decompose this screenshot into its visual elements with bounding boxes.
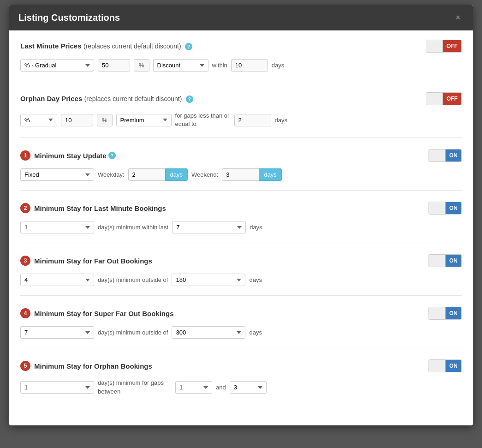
- min-stay-super-far-out-nights-select[interactable]: 1234567: [20, 326, 94, 339]
- orphan-day-toggle-label[interactable]: OFF: [443, 92, 461, 105]
- orphan-day-info-icon[interactable]: ?: [186, 96, 193, 103]
- min-stay-last-minute-days-select[interactable]: 7142130: [172, 221, 246, 233]
- min-stay-last-minute-toggle-track[interactable]: [429, 202, 446, 215]
- min-stay-orphan-controls: 12345 day(s) minimum for gaps between 12…: [20, 379, 462, 395]
- weekday-days-label: days: [165, 168, 188, 181]
- modal-header: Listing Customizations ×: [9, 5, 473, 30]
- min-stay-orphan-toggle-control[interactable]: ON: [428, 359, 462, 372]
- orphan-day-header: Orphan Day Prices (replaces current defa…: [20, 92, 462, 105]
- min-stay-far-out-nights-select[interactable]: 1234567: [20, 274, 94, 286]
- orphan-day-toggle[interactable]: OFF: [426, 92, 462, 105]
- last-minute-toggle[interactable]: OFF: [426, 40, 462, 53]
- min-stay-update-toggle-control[interactable]: ON: [428, 149, 462, 162]
- orphan-day-days-input[interactable]: 2: [234, 114, 271, 126]
- orphan-day-subtitle: (replaces current default discount): [84, 95, 182, 102]
- orphan-day-pct-label: %: [97, 114, 113, 126]
- min-stay-orphan-badge: 5: [20, 361, 30, 371]
- min-stay-last-minute-section: 2 Minimum Stay for Last Minute Bookings …: [20, 202, 462, 243]
- orphan-day-amount-input[interactable]: 10: [61, 114, 93, 126]
- min-stay-orphan-title: Minimum Stay for Orphan Bookings: [34, 362, 152, 370]
- weekday-label: Weekday:: [98, 171, 125, 178]
- orphan-day-section: Orphan Day Prices (replaces current defa…: [20, 92, 462, 138]
- min-stay-far-out-middle-text: day(s) minimum outside of: [98, 276, 168, 283]
- last-minute-amount-input[interactable]: 50: [98, 59, 130, 72]
- weekday-days-input[interactable]: 2: [128, 168, 165, 181]
- min-stay-orphan-nights-select[interactable]: 12345: [20, 381, 94, 394]
- min-stay-orphan-toggle-label[interactable]: ON: [446, 359, 461, 372]
- last-minute-info-icon[interactable]: ?: [185, 43, 192, 50]
- last-minute-subtitle: (replaces current default discount): [83, 42, 181, 50]
- min-stay-orphan-range-end-select[interactable]: 23456: [230, 381, 267, 394]
- min-stay-update-badge: 1: [20, 150, 30, 161]
- min-stay-update-toggle-label[interactable]: ON: [446, 149, 461, 162]
- min-stay-super-far-out-title: Minimum Stay for Super Far Out Bookings: [34, 310, 174, 317]
- min-stay-update-info-icon[interactable]: ?: [108, 152, 116, 159]
- weekend-input-group: 3 days: [222, 168, 281, 181]
- min-stay-orphan-toggle-track[interactable]: [429, 359, 446, 372]
- last-minute-pct-label: %: [134, 59, 149, 72]
- min-stay-update-header: 1 Minimum Stay Update ? ON: [20, 149, 462, 162]
- min-stay-last-minute-header: 2 Minimum Stay for Last Minute Bookings …: [20, 202, 462, 215]
- min-stay-update-section: 1 Minimum Stay Update ? ON Fixed Variabl…: [20, 149, 462, 191]
- min-stay-last-minute-toggle-control[interactable]: ON: [428, 202, 462, 215]
- min-stay-super-far-out-section: 4 Minimum Stay for Super Far Out Booking…: [20, 307, 462, 348]
- last-minute-discount-select[interactable]: Discount Premium: [153, 59, 208, 72]
- orphan-day-premium-select[interactable]: Premium Discount: [116, 114, 172, 126]
- weekday-input-group: 2 days: [128, 168, 188, 181]
- min-stay-far-out-controls: 1234567 day(s) minimum outside of 901201…: [20, 274, 462, 286]
- orphan-day-toggle-track[interactable]: [426, 92, 443, 105]
- orphan-day-type-select[interactable]: % $: [20, 114, 57, 126]
- last-minute-type-select[interactable]: % - Gradual % - Fixed $ - Fixed: [20, 59, 94, 72]
- orphan-day-days-label: days: [275, 117, 287, 124]
- weekend-days-label: days: [259, 168, 281, 181]
- min-stay-far-out-toggle[interactable]: ON: [428, 254, 462, 267]
- min-stay-super-far-out-toggle-track[interactable]: [429, 307, 446, 320]
- min-stay-last-minute-days-label: days: [250, 224, 262, 231]
- min-stay-last-minute-title: Minimum Stay for Last Minute Bookings: [34, 204, 166, 212]
- min-stay-update-type-select[interactable]: Fixed Variable: [20, 168, 94, 181]
- weekend-days-input[interactable]: 3: [222, 168, 259, 181]
- min-stay-last-minute-middle-text: day(s) minimum within last: [98, 224, 168, 231]
- min-stay-far-out-title: Minimum Stay for Far Out Bookings: [34, 257, 152, 265]
- last-minute-title: Last Minute Prices: [20, 42, 82, 50]
- min-stay-super-far-out-controls: 1234567 day(s) minimum outside of 270300…: [20, 326, 462, 339]
- close-button[interactable]: ×: [452, 12, 464, 23]
- min-stay-update-title-group: 1 Minimum Stay Update ?: [20, 150, 116, 161]
- last-minute-title-group: Last Minute Prices (replaces current def…: [20, 42, 192, 51]
- orphan-day-title-group: Orphan Day Prices (replaces current defa…: [20, 95, 193, 103]
- last-minute-section: Last Minute Prices (replaces current def…: [20, 40, 462, 81]
- min-stay-orphan-section: 5 Minimum Stay for Orphan Bookings ON 12…: [20, 359, 462, 405]
- last-minute-toggle-track[interactable]: [426, 40, 443, 53]
- min-stay-update-toggle-track[interactable]: [429, 149, 446, 162]
- last-minute-toggle-label[interactable]: OFF: [443, 40, 461, 53]
- min-stay-super-far-out-toggle[interactable]: ON: [428, 307, 462, 320]
- min-stay-last-minute-toggle-label[interactable]: ON: [446, 202, 461, 215]
- min-stay-orphan-middle-text: day(s) minimum for gaps between: [98, 379, 172, 395]
- min-stay-far-out-title-group: 3 Minimum Stay for Far Out Bookings: [20, 256, 152, 266]
- min-stay-orphan-and-label: and: [216, 384, 226, 391]
- min-stay-last-minute-controls: 1234567 day(s) minimum within last 71421…: [20, 221, 462, 233]
- last-minute-days-label: days: [272, 62, 284, 69]
- min-stay-orphan-range-start-select[interactable]: 1234: [175, 381, 212, 394]
- modal-title: Listing Customizations: [18, 12, 120, 23]
- last-minute-toggle-control[interactable]: OFF: [426, 40, 462, 53]
- min-stay-super-far-out-toggle-control[interactable]: ON: [428, 307, 462, 320]
- min-stay-update-controls: Fixed Variable Weekday: 2 days Weekend: …: [20, 168, 462, 181]
- min-stay-super-far-out-days-select[interactable]: 270300330365: [172, 326, 245, 339]
- min-stay-far-out-days-select[interactable]: 90120150180210: [172, 274, 245, 286]
- min-stay-last-minute-toggle[interactable]: ON: [428, 202, 462, 215]
- min-stay-super-far-out-toggle-label[interactable]: ON: [446, 307, 461, 320]
- orphan-day-toggle-control[interactable]: OFF: [426, 92, 462, 105]
- modal-body: Last Minute Prices (replaces current def…: [9, 30, 473, 425]
- min-stay-update-toggle[interactable]: ON: [428, 149, 462, 162]
- min-stay-last-minute-nights-select[interactable]: 1234567: [20, 221, 94, 233]
- weekend-label: Weekend:: [191, 171, 218, 178]
- min-stay-far-out-toggle-track[interactable]: [429, 254, 446, 267]
- min-stay-update-title: Minimum Stay Update: [34, 152, 107, 160]
- last-minute-days-input[interactable]: 10: [231, 59, 268, 72]
- min-stay-orphan-toggle[interactable]: ON: [428, 359, 462, 372]
- last-minute-within-label: within: [212, 62, 227, 69]
- min-stay-super-far-out-middle-text: day(s) minimum outside of: [98, 329, 168, 336]
- min-stay-far-out-toggle-control[interactable]: ON: [428, 254, 462, 267]
- min-stay-far-out-toggle-label[interactable]: ON: [446, 254, 461, 267]
